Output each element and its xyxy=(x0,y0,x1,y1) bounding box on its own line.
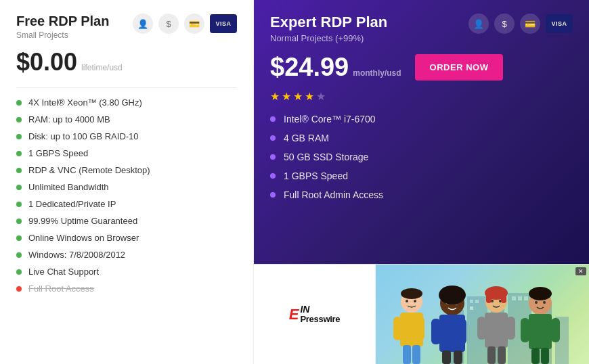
svg-rect-26 xyxy=(431,319,441,344)
svg-rect-18 xyxy=(416,317,424,340)
expert-dot xyxy=(270,135,276,141)
expert-plan-header: Expert RDP Plan Normal Projects (+99%) 👤… xyxy=(270,14,573,43)
ad-logo-section: E IN Presswire xyxy=(254,265,376,364)
svg-rect-20 xyxy=(412,345,420,364)
dot-red xyxy=(16,286,22,292)
dot-green xyxy=(16,134,22,139)
expert-stars: ★ ★ ★ ★ ★ xyxy=(270,90,573,103)
expert-plan-title-group: Expert RDP Plan Normal Projects (+99%) xyxy=(270,14,387,43)
svg-rect-50 xyxy=(531,348,540,364)
expert-price-row: $24.99 monthly/usd ORDER NOW xyxy=(270,53,573,82)
feature-text: 1 GBPS Speed xyxy=(28,148,88,158)
expert-dollar-icon: $ xyxy=(494,14,515,34)
svg-point-34 xyxy=(439,286,466,304)
dot-green xyxy=(16,151,22,156)
expert-price-group: $24.99 monthly/usd xyxy=(270,53,401,82)
svg-rect-28 xyxy=(442,350,451,364)
svg-rect-40 xyxy=(498,346,506,364)
order-now-button[interactable]: ORDER NOW xyxy=(415,54,504,81)
feature-item-online-windows: Online Windows on Browser xyxy=(16,233,237,243)
user-icon: 👤 xyxy=(133,14,153,34)
presswire-text: Presswire xyxy=(300,315,340,324)
svg-rect-37 xyxy=(477,317,486,340)
free-plan-panel: Free RDP Plan Small Projects 👤 $ 💳 VISA … xyxy=(0,0,254,364)
star-2: ★ xyxy=(282,90,291,103)
expert-price-amount: $24.99 xyxy=(270,53,349,82)
expert-plan-features: Intel® Core™ i7-6700 4 GB RAM 50 GB SSD … xyxy=(270,114,573,200)
feature-text: Unlimited Bandwidth xyxy=(28,182,109,192)
dot-green xyxy=(16,252,22,258)
visa-icon: VISA xyxy=(210,14,237,33)
feature-text: Disk: up to 100 GB RAID-10 xyxy=(28,131,139,141)
dot-green xyxy=(16,100,22,106)
svg-rect-44 xyxy=(486,290,492,303)
expert-feature-item: 4 GB RAM xyxy=(270,133,573,143)
svg-point-53 xyxy=(543,301,546,304)
star-empty: ★ xyxy=(316,90,326,103)
expert-feature-item-root-admin: Full Root Admin Access xyxy=(270,189,573,200)
feature-text: 4X Intel® Xeon™ (3.80 GHz) xyxy=(28,97,142,108)
svg-rect-29 xyxy=(454,350,462,364)
dot-green xyxy=(16,168,22,173)
expert-plan-panel: Expert RDP Plan Normal Projects (+99%) 👤… xyxy=(254,0,589,264)
expert-user-icon: 👤 xyxy=(468,14,489,34)
free-plan-price: $0.00 xyxy=(16,48,77,76)
right-panel: Expert RDP Plan Normal Projects (+99%) 👤… xyxy=(254,0,589,364)
dot-green xyxy=(16,235,22,241)
ad-x-label: ✕ xyxy=(575,267,586,275)
feature-text: 99.99% Uptime Guaranteed xyxy=(28,216,137,226)
feature-item: RDP & VNC (Remote Desktop) xyxy=(16,165,237,175)
feature-text: Windows: 7/8/2008/2012 xyxy=(28,250,125,260)
expert-dot xyxy=(270,154,276,160)
svg-point-23 xyxy=(401,288,422,299)
svg-rect-19 xyxy=(403,345,411,364)
expert-dot xyxy=(270,192,276,198)
dot-green xyxy=(16,117,22,122)
feature-text-strikethrough: Full Root Access xyxy=(28,283,94,294)
expert-feature-text: 4 GB RAM xyxy=(284,133,329,143)
svg-rect-39 xyxy=(487,346,496,364)
dot-green xyxy=(16,202,22,207)
feature-item: 1 GBPS Speed xyxy=(16,148,237,158)
expert-visa-icon: VISA xyxy=(546,14,573,33)
expert-price-period: monthly/usd xyxy=(353,68,401,78)
svg-rect-51 xyxy=(541,348,549,364)
feature-text: RDP & VNC (Remote Desktop) xyxy=(28,165,150,175)
free-plan-subtitle: Small Projects xyxy=(16,30,109,40)
svg-point-54 xyxy=(529,287,552,300)
star-3: ★ xyxy=(293,90,303,103)
feature-item: 4X Intel® Xeon™ (3.80 GHz) xyxy=(16,97,237,108)
payment-icons-row: 👤 $ 💳 VISA xyxy=(133,14,237,34)
ad-close-area: ✕ xyxy=(575,267,586,275)
svg-point-22 xyxy=(414,300,416,302)
free-plan-title: Free RDP Plan xyxy=(16,14,109,29)
characters-svg xyxy=(388,283,577,364)
expert-feature-text: 50 GB SSD Storage xyxy=(284,152,368,162)
svg-rect-48 xyxy=(521,318,529,342)
feature-item-bandwidth: Unlimited Bandwidth xyxy=(16,182,237,192)
feature-item: 99.99% Uptime Guaranteed xyxy=(16,216,237,226)
expert-feature-text: Intel® Core™ i7-6700 xyxy=(284,114,376,124)
free-plan-header: Free RDP Plan Small Projects 👤 $ 💳 VISA xyxy=(16,14,237,40)
dot-green xyxy=(16,185,22,190)
expert-feature-item: 50 GB SSD Storage xyxy=(270,152,573,162)
expert-plan-title: Expert RDP Plan xyxy=(270,14,387,31)
dot-green xyxy=(16,219,22,224)
svg-point-52 xyxy=(535,301,538,304)
card-icon: 💳 xyxy=(184,14,204,34)
expert-feature-item: Intel® Core™ i7-6700 xyxy=(270,114,573,124)
expert-plan-subtitle: Normal Projects (+99%) xyxy=(270,33,387,43)
feature-text: Online Windows on Browser xyxy=(28,233,139,243)
divider xyxy=(16,87,237,88)
ad-banner: E IN Presswire xyxy=(254,264,589,364)
dot-green xyxy=(16,269,22,275)
ad-illustration: ✕ xyxy=(376,265,589,364)
ein-text: IN Presswire xyxy=(300,304,340,325)
star-1: ★ xyxy=(270,90,280,103)
svg-rect-49 xyxy=(551,318,560,342)
svg-rect-38 xyxy=(506,317,515,340)
ein-in-text: IN xyxy=(300,304,340,315)
feature-item: Windows: 7/8/2008/2012 xyxy=(16,250,237,260)
svg-rect-17 xyxy=(393,317,401,340)
free-plan-price-row: $0.00 lifetime/usd xyxy=(16,48,237,76)
